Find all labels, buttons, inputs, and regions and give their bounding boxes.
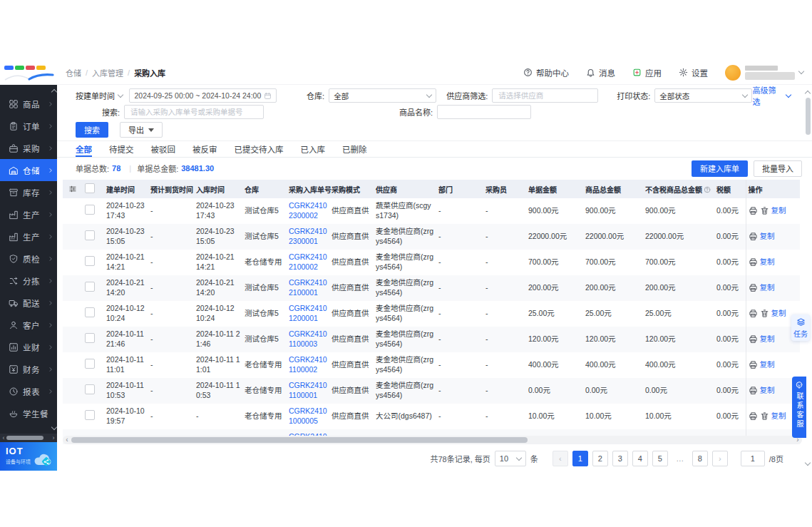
product-name-field[interactable]: [437, 105, 531, 119]
copy-link[interactable]: 复制: [760, 232, 775, 242]
sidebar-item-customer[interactable]: 客户: [0, 314, 57, 336]
tasks-floating-button[interactable]: 任务: [791, 314, 810, 341]
tab-5[interactable]: 已提交待入库: [235, 141, 284, 157]
delete-icon[interactable]: [760, 309, 769, 318]
row-checkbox[interactable]: [85, 230, 95, 240]
date-range-input[interactable]: 2024-09-25 00:00 ~ 2024-10-24 24:00: [129, 88, 277, 103]
order-number-link[interactable]: CGRK24101100002: [289, 355, 327, 374]
print-icon[interactable]: [749, 283, 758, 292]
product-name-input[interactable]: [442, 107, 526, 117]
copy-link[interactable]: 复制: [760, 360, 775, 370]
tab-1[interactable]: 全部: [76, 141, 92, 157]
sidebar-item-qc[interactable]: 质检: [0, 247, 57, 270]
print-icon[interactable]: [749, 206, 758, 215]
time-type-select[interactable]: 按建单时间: [76, 90, 126, 101]
delete-icon[interactable]: [760, 411, 769, 421]
tab-4[interactable]: 被反审: [192, 141, 217, 157]
page-button-5[interactable]: 5: [652, 451, 668, 466]
sidebar-item-meal[interactable]: 学生餐: [0, 402, 57, 424]
export-button[interactable]: 导出: [120, 122, 163, 138]
print-icon[interactable]: [749, 334, 758, 344]
supplier-filter-input[interactable]: [492, 88, 598, 103]
copy-link[interactable]: 复制: [760, 334, 775, 344]
order-number-link[interactable]: CGRK24102300001: [289, 227, 327, 245]
scrollbar-thumb[interactable]: [6, 436, 43, 440]
search-input[interactable]: [129, 107, 259, 117]
sidebar-item-warehouse[interactable]: 仓储: [0, 159, 57, 181]
prev-page-button[interactable]: ‹: [553, 451, 568, 466]
sidebar-item-goods[interactable]: 商品: [0, 93, 57, 115]
advanced-filter-toggle[interactable]: 高级筛选: [752, 84, 791, 107]
sidebar-item-inventory[interactable]: 库存: [0, 181, 57, 203]
scroll-left-icon[interactable]: ‹: [63, 436, 71, 444]
sidebar-item-purchase[interactable]: 采购: [0, 137, 57, 159]
print-icon[interactable]: [749, 360, 758, 369]
copy-link[interactable]: 复制: [760, 257, 775, 267]
scroll-right-icon[interactable]: ›: [50, 434, 57, 442]
tab-2[interactable]: 待提交: [109, 141, 134, 157]
contact-support-floating-button[interactable]: 联系客服: [792, 377, 806, 438]
row-checkbox[interactable]: [85, 307, 95, 317]
copy-link[interactable]: 复制: [771, 411, 786, 421]
warehouse-select[interactable]: 全部: [329, 88, 436, 103]
sidebar-item-finance[interactable]: 财务: [0, 358, 57, 380]
next-page-button[interactable]: ›: [712, 451, 728, 466]
tab-3[interactable]: 被驳回: [151, 141, 176, 157]
copy-link[interactable]: 复制: [760, 386, 775, 396]
sidebar-horizontal-scrollbar[interactable]: ‹ ›: [0, 434, 57, 442]
print-icon[interactable]: [749, 257, 758, 267]
breadcrumb-item[interactable]: 仓储: [66, 67, 81, 78]
delete-icon[interactable]: [760, 206, 769, 215]
order-search-field[interactable]: [124, 105, 264, 119]
order-number-link[interactable]: CGRK24101000005: [289, 406, 327, 425]
messages-button[interactable]: 消息: [586, 67, 615, 78]
print-status-select[interactable]: 全部状态: [654, 88, 752, 103]
row-checkbox[interactable]: [85, 384, 95, 394]
tab-7[interactable]: 已删除: [342, 141, 367, 157]
sidebar-item-delivery[interactable]: 配送: [0, 292, 57, 314]
breadcrumb-item[interactable]: 入库管理: [92, 67, 123, 78]
copy-link[interactable]: 复制: [771, 206, 786, 216]
copy-link[interactable]: 复制: [771, 309, 786, 319]
select-all-checkbox[interactable]: [85, 183, 95, 193]
page-button-3[interactable]: 3: [612, 451, 628, 466]
page-button-4[interactable]: 4: [632, 451, 648, 466]
order-number-link[interactable]: CGRK24101100003: [289, 329, 327, 348]
search-button[interactable]: 搜索: [76, 122, 108, 138]
help-center-button[interactable]: 帮助中心: [523, 67, 569, 78]
sidebar-scroll-down-icon[interactable]: [51, 424, 57, 430]
row-checkbox[interactable]: [85, 256, 95, 266]
row-checkbox[interactable]: [85, 282, 95, 292]
sidebar-item-production[interactable]: 生产: [0, 203, 57, 225]
sidebar-item-sorting[interactable]: 分拣: [0, 270, 57, 292]
supplier-input[interactable]: [497, 91, 593, 101]
scrollbar-thumb[interactable]: [71, 437, 528, 443]
order-number-link[interactable]: CGRK24101200001: [289, 304, 327, 322]
row-checkbox[interactable]: [85, 205, 95, 215]
copy-link[interactable]: 复制: [760, 283, 775, 293]
sidebar-item-production2[interactable]: 生产: [0, 225, 57, 247]
print-icon[interactable]: [749, 232, 758, 241]
row-checkbox[interactable]: [85, 359, 95, 369]
page-button-1[interactable]: 1: [572, 451, 588, 466]
per-page-select[interactable]: 10: [495, 451, 526, 466]
sidebar-item-report[interactable]: 报表: [0, 380, 57, 402]
row-checkbox[interactable]: [85, 410, 95, 420]
bulk-import-button[interactable]: 批量导入: [754, 160, 802, 177]
page-jump-input[interactable]: 1: [741, 451, 765, 466]
sidebar-item-orders[interactable]: 订单: [0, 115, 57, 137]
sidebar-item-bizfinance[interactable]: 业财: [0, 336, 57, 358]
page-button-8[interactable]: 8: [692, 451, 708, 466]
page-button-2[interactable]: 2: [592, 451, 608, 466]
user-menu[interactable]: [725, 65, 803, 81]
print-icon[interactable]: [749, 411, 758, 421]
print-icon[interactable]: [749, 309, 758, 318]
order-number-link[interactable]: CGRK24101100001: [289, 381, 327, 399]
row-checkbox[interactable]: [85, 333, 95, 343]
apps-button[interactable]: 应用: [632, 67, 662, 78]
settings-button[interactable]: 设置: [679, 67, 708, 78]
tab-6[interactable]: 已入库: [301, 141, 326, 157]
vertical-scrollbar-thumb[interactable]: [806, 98, 811, 135]
horizontal-scrollbar[interactable]: ‹ ›: [63, 436, 802, 444]
order-number-link[interactable]: CGRK24102100001: [289, 278, 327, 297]
